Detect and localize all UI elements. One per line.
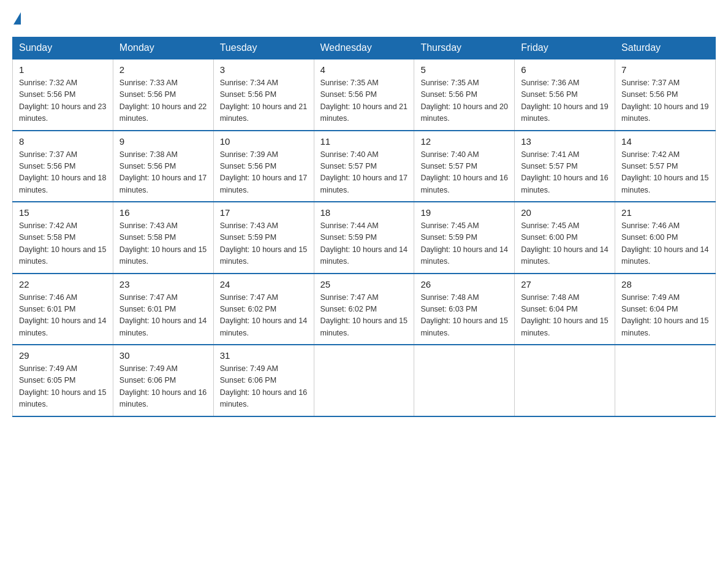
- table-row: 28Sunrise: 7:49 AMSunset: 6:04 PMDayligh…: [615, 274, 716, 345]
- logo-triangle-icon: [13, 12, 21, 25]
- day-info: Sunrise: 7:36 AMSunset: 5:56 PMDaylight:…: [521, 77, 609, 125]
- day-number: 26: [420, 279, 508, 289]
- day-info: Sunrise: 7:42 AMSunset: 5:58 PMDaylight:…: [19, 220, 107, 268]
- col-friday: Friday: [515, 37, 615, 59]
- table-row: 10Sunrise: 7:39 AMSunset: 5:56 PMDayligh…: [213, 131, 314, 202]
- day-number: 14: [621, 136, 709, 147]
- table-row: 17Sunrise: 7:43 AMSunset: 5:59 PMDayligh…: [213, 202, 314, 274]
- table-row: 1Sunrise: 7:32 AMSunset: 5:56 PMDaylight…: [13, 59, 113, 131]
- col-tuesday: Tuesday: [213, 37, 314, 59]
- table-row: 19Sunrise: 7:45 AMSunset: 5:59 PMDayligh…: [414, 202, 515, 274]
- day-number: 21: [621, 207, 709, 218]
- day-number: 25: [320, 279, 408, 289]
- table-row: 16Sunrise: 7:43 AMSunset: 5:58 PMDayligh…: [113, 202, 213, 274]
- table-row: 15Sunrise: 7:42 AMSunset: 5:58 PMDayligh…: [13, 202, 113, 274]
- day-info: Sunrise: 7:46 AMSunset: 6:01 PMDaylight:…: [19, 292, 107, 340]
- day-number: 15: [19, 207, 107, 218]
- day-info: Sunrise: 7:48 AMSunset: 6:04 PMDaylight:…: [521, 292, 609, 340]
- day-info: Sunrise: 7:46 AMSunset: 6:00 PMDaylight:…: [621, 220, 709, 268]
- day-number: 24: [220, 279, 308, 289]
- day-info: Sunrise: 7:47 AMSunset: 6:01 PMDaylight:…: [119, 292, 207, 340]
- table-row: 30Sunrise: 7:49 AMSunset: 6:06 PMDayligh…: [113, 345, 213, 416]
- day-info: Sunrise: 7:45 AMSunset: 6:00 PMDaylight:…: [521, 220, 609, 268]
- table-row: 14Sunrise: 7:42 AMSunset: 5:57 PMDayligh…: [615, 131, 716, 202]
- table-row: 2Sunrise: 7:33 AMSunset: 5:56 PMDaylight…: [113, 59, 213, 131]
- table-row: [515, 345, 615, 416]
- calendar-week-row: 22Sunrise: 7:46 AMSunset: 6:01 PMDayligh…: [13, 274, 716, 345]
- day-info: Sunrise: 7:37 AMSunset: 5:56 PMDaylight:…: [621, 77, 709, 125]
- day-info: Sunrise: 7:42 AMSunset: 5:57 PMDaylight:…: [621, 149, 709, 197]
- day-info: Sunrise: 7:44 AMSunset: 5:59 PMDaylight:…: [320, 220, 408, 268]
- table-row: 18Sunrise: 7:44 AMSunset: 5:59 PMDayligh…: [314, 202, 414, 274]
- day-info: Sunrise: 7:49 AMSunset: 6:04 PMDaylight:…: [621, 292, 709, 340]
- col-thursday: Thursday: [414, 37, 515, 59]
- col-sunday: Sunday: [13, 37, 113, 59]
- table-row: 9Sunrise: 7:38 AMSunset: 5:56 PMDaylight…: [113, 131, 213, 202]
- day-number: 16: [119, 207, 207, 218]
- day-info: Sunrise: 7:49 AMSunset: 6:06 PMDaylight:…: [220, 363, 308, 411]
- table-row: 24Sunrise: 7:47 AMSunset: 6:02 PMDayligh…: [213, 274, 314, 345]
- table-row: [615, 345, 716, 416]
- table-row: 7Sunrise: 7:37 AMSunset: 5:56 PMDaylight…: [615, 59, 716, 131]
- day-number: 23: [119, 279, 207, 289]
- logo: [12, 12, 22, 25]
- day-info: Sunrise: 7:41 AMSunset: 5:57 PMDaylight:…: [521, 149, 609, 197]
- day-number: 17: [220, 207, 308, 218]
- table-row: 26Sunrise: 7:48 AMSunset: 6:03 PMDayligh…: [414, 274, 515, 345]
- day-number: 13: [521, 136, 609, 147]
- day-number: 19: [420, 207, 508, 218]
- day-info: Sunrise: 7:48 AMSunset: 6:03 PMDaylight:…: [420, 292, 508, 340]
- day-info: Sunrise: 7:39 AMSunset: 5:56 PMDaylight:…: [220, 149, 308, 197]
- day-number: 22: [19, 279, 107, 289]
- table-row: 6Sunrise: 7:36 AMSunset: 5:56 PMDaylight…: [515, 59, 615, 131]
- table-row: 5Sunrise: 7:35 AMSunset: 5:56 PMDaylight…: [414, 59, 515, 131]
- table-row: 21Sunrise: 7:46 AMSunset: 6:00 PMDayligh…: [615, 202, 716, 274]
- day-info: Sunrise: 7:35 AMSunset: 5:56 PMDaylight:…: [420, 77, 508, 125]
- day-info: Sunrise: 7:43 AMSunset: 5:58 PMDaylight:…: [119, 220, 207, 268]
- page-header: [12, 12, 716, 25]
- col-saturday: Saturday: [615, 37, 716, 59]
- calendar-week-row: 8Sunrise: 7:37 AMSunset: 5:56 PMDaylight…: [13, 131, 716, 202]
- table-row: 27Sunrise: 7:48 AMSunset: 6:04 PMDayligh…: [515, 274, 615, 345]
- table-row: 23Sunrise: 7:47 AMSunset: 6:01 PMDayligh…: [113, 274, 213, 345]
- calendar-week-row: 1Sunrise: 7:32 AMSunset: 5:56 PMDaylight…: [13, 59, 716, 131]
- day-number: 20: [521, 207, 609, 218]
- table-row: 25Sunrise: 7:47 AMSunset: 6:02 PMDayligh…: [314, 274, 414, 345]
- table-row: 31Sunrise: 7:49 AMSunset: 6:06 PMDayligh…: [213, 345, 314, 416]
- day-number: 4: [320, 64, 408, 75]
- table-row: 3Sunrise: 7:34 AMSunset: 5:56 PMDaylight…: [213, 59, 314, 131]
- day-number: 18: [320, 207, 408, 218]
- day-info: Sunrise: 7:47 AMSunset: 6:02 PMDaylight:…: [320, 292, 408, 340]
- day-number: 6: [521, 64, 609, 75]
- day-number: 1: [19, 64, 107, 75]
- table-row: 12Sunrise: 7:40 AMSunset: 5:57 PMDayligh…: [414, 131, 515, 202]
- calendar-week-row: 15Sunrise: 7:42 AMSunset: 5:58 PMDayligh…: [13, 202, 716, 274]
- day-number: 5: [420, 64, 508, 75]
- day-number: 2: [119, 64, 207, 75]
- table-row: [314, 345, 414, 416]
- day-info: Sunrise: 7:45 AMSunset: 5:59 PMDaylight:…: [420, 220, 508, 268]
- table-row: 20Sunrise: 7:45 AMSunset: 6:00 PMDayligh…: [515, 202, 615, 274]
- table-row: 11Sunrise: 7:40 AMSunset: 5:57 PMDayligh…: [314, 131, 414, 202]
- day-number: 30: [119, 350, 207, 361]
- calendar-table: Sunday Monday Tuesday Wednesday Thursday…: [12, 37, 716, 417]
- col-wednesday: Wednesday: [314, 37, 414, 59]
- day-info: Sunrise: 7:38 AMSunset: 5:56 PMDaylight:…: [119, 149, 207, 197]
- day-info: Sunrise: 7:49 AMSunset: 6:06 PMDaylight:…: [119, 363, 207, 411]
- calendar-week-row: 29Sunrise: 7:49 AMSunset: 6:05 PMDayligh…: [13, 345, 716, 416]
- day-number: 29: [19, 350, 107, 361]
- table-row: 4Sunrise: 7:35 AMSunset: 5:56 PMDaylight…: [314, 59, 414, 131]
- day-number: 11: [320, 136, 408, 147]
- calendar-header-row: Sunday Monday Tuesday Wednesday Thursday…: [13, 37, 716, 59]
- table-row: 29Sunrise: 7:49 AMSunset: 6:05 PMDayligh…: [13, 345, 113, 416]
- col-monday: Monday: [113, 37, 213, 59]
- table-row: 22Sunrise: 7:46 AMSunset: 6:01 PMDayligh…: [13, 274, 113, 345]
- table-row: 13Sunrise: 7:41 AMSunset: 5:57 PMDayligh…: [515, 131, 615, 202]
- day-info: Sunrise: 7:35 AMSunset: 5:56 PMDaylight:…: [320, 77, 408, 125]
- table-row: 8Sunrise: 7:37 AMSunset: 5:56 PMDaylight…: [13, 131, 113, 202]
- day-info: Sunrise: 7:33 AMSunset: 5:56 PMDaylight:…: [119, 77, 207, 125]
- day-info: Sunrise: 7:47 AMSunset: 6:02 PMDaylight:…: [220, 292, 308, 340]
- day-info: Sunrise: 7:40 AMSunset: 5:57 PMDaylight:…: [420, 149, 508, 197]
- day-info: Sunrise: 7:43 AMSunset: 5:59 PMDaylight:…: [220, 220, 308, 268]
- day-number: 31: [220, 350, 308, 361]
